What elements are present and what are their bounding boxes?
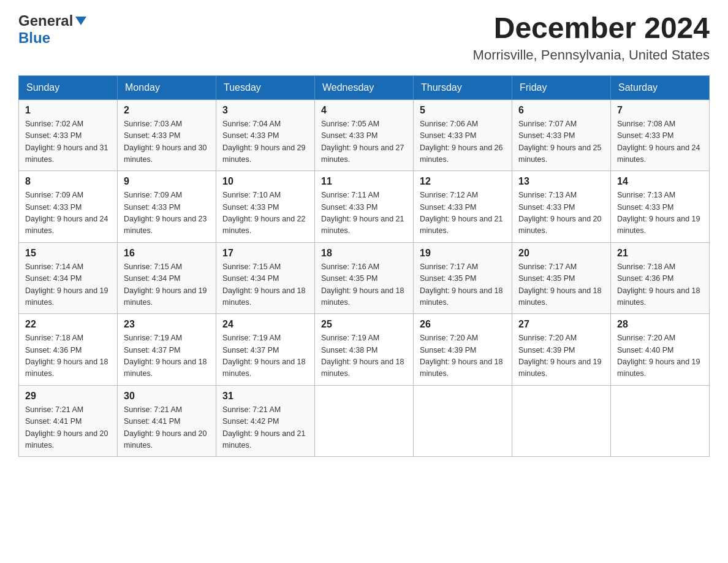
calendar-cell: 13Sunrise: 7:13 AMSunset: 4:33 PMDayligh… xyxy=(512,171,611,243)
day-number: 13 xyxy=(518,176,604,187)
day-number: 5 xyxy=(420,105,506,116)
calendar-cell: 7Sunrise: 7:08 AMSunset: 4:33 PMDaylight… xyxy=(611,99,710,171)
logo-blue-text: Blue xyxy=(18,29,50,47)
day-number: 11 xyxy=(321,176,407,187)
calendar-cell: 19Sunrise: 7:17 AMSunset: 4:35 PMDayligh… xyxy=(414,242,512,314)
day-number: 10 xyxy=(222,176,308,187)
calendar-cell: 2Sunrise: 7:03 AMSunset: 4:33 PMDaylight… xyxy=(118,99,216,171)
day-info: Sunrise: 7:20 AMSunset: 4:39 PMDaylight:… xyxy=(420,332,506,380)
calendar-cell: 6Sunrise: 7:07 AMSunset: 4:33 PMDaylight… xyxy=(512,99,611,171)
calendar-cell: 22Sunrise: 7:18 AMSunset: 4:36 PMDayligh… xyxy=(19,314,118,386)
calendar-cell: 20Sunrise: 7:17 AMSunset: 4:35 PMDayligh… xyxy=(512,242,611,314)
calendar-week-3: 15Sunrise: 7:14 AMSunset: 4:34 PMDayligh… xyxy=(19,242,710,314)
day-number: 15 xyxy=(25,248,111,259)
calendar-cell xyxy=(414,385,512,457)
day-number: 1 xyxy=(25,105,111,116)
day-info: Sunrise: 7:11 AMSunset: 4:33 PMDaylight:… xyxy=(321,190,407,237)
logo-triangle-icon xyxy=(74,14,88,28)
day-info: Sunrise: 7:21 AMSunset: 4:41 PMDaylight:… xyxy=(25,404,111,452)
day-info: Sunrise: 7:09 AMSunset: 4:33 PMDaylight:… xyxy=(25,190,111,237)
calendar-cell: 25Sunrise: 7:19 AMSunset: 4:38 PMDayligh… xyxy=(315,314,414,386)
calendar-cell: 5Sunrise: 7:06 AMSunset: 4:33 PMDaylight… xyxy=(414,99,512,171)
calendar-header: SundayMondayTuesdayWednesdayThursdayFrid… xyxy=(19,75,710,99)
calendar-cell: 27Sunrise: 7:20 AMSunset: 4:39 PMDayligh… xyxy=(512,314,611,386)
calendar-cell: 18Sunrise: 7:16 AMSunset: 4:35 PMDayligh… xyxy=(315,242,414,314)
day-info: Sunrise: 7:19 AMSunset: 4:37 PMDaylight:… xyxy=(124,332,210,380)
day-number: 28 xyxy=(617,319,703,330)
day-number: 31 xyxy=(222,391,308,402)
calendar-cell: 21Sunrise: 7:18 AMSunset: 4:36 PMDayligh… xyxy=(611,242,710,314)
calendar-cell: 14Sunrise: 7:13 AMSunset: 4:33 PMDayligh… xyxy=(611,171,710,243)
calendar-cell: 29Sunrise: 7:21 AMSunset: 4:41 PMDayligh… xyxy=(19,385,118,457)
day-info: Sunrise: 7:08 AMSunset: 4:33 PMDaylight:… xyxy=(617,118,703,166)
day-info: Sunrise: 7:12 AMSunset: 4:33 PMDaylight:… xyxy=(420,190,506,237)
calendar-cell: 23Sunrise: 7:19 AMSunset: 4:37 PMDayligh… xyxy=(118,314,216,386)
day-number: 16 xyxy=(124,248,210,259)
calendar-subtitle: Morrisville, Pennsylvania, United States xyxy=(473,47,710,63)
day-info: Sunrise: 7:10 AMSunset: 4:33 PMDaylight:… xyxy=(222,190,308,237)
calendar-cell xyxy=(611,385,710,457)
calendar-cell: 1Sunrise: 7:02 AMSunset: 4:33 PMDaylight… xyxy=(19,99,118,171)
calendar-cell: 16Sunrise: 7:15 AMSunset: 4:34 PMDayligh… xyxy=(118,242,216,314)
day-info: Sunrise: 7:03 AMSunset: 4:33 PMDaylight:… xyxy=(124,118,210,166)
day-of-week-friday: Friday xyxy=(512,75,611,99)
day-number: 22 xyxy=(25,319,111,330)
day-number: 9 xyxy=(124,176,210,187)
day-number: 26 xyxy=(420,319,506,330)
day-info: Sunrise: 7:19 AMSunset: 4:38 PMDaylight:… xyxy=(321,332,407,380)
day-number: 25 xyxy=(321,319,407,330)
logo: General Blue xyxy=(18,12,88,47)
calendar-cell: 31Sunrise: 7:21 AMSunset: 4:42 PMDayligh… xyxy=(216,385,315,457)
svg-marker-0 xyxy=(75,17,86,25)
day-number: 27 xyxy=(518,319,604,330)
day-info: Sunrise: 7:20 AMSunset: 4:40 PMDaylight:… xyxy=(617,332,703,380)
page-header: General Blue December 2024 Morrisville, … xyxy=(18,12,710,63)
day-info: Sunrise: 7:14 AMSunset: 4:34 PMDaylight:… xyxy=(25,261,111,309)
day-info: Sunrise: 7:19 AMSunset: 4:37 PMDaylight:… xyxy=(222,332,308,380)
calendar-cell: 30Sunrise: 7:21 AMSunset: 4:41 PMDayligh… xyxy=(118,385,216,457)
calendar-cell: 10Sunrise: 7:10 AMSunset: 4:33 PMDayligh… xyxy=(216,171,315,243)
day-info: Sunrise: 7:04 AMSunset: 4:33 PMDaylight:… xyxy=(222,118,308,166)
day-info: Sunrise: 7:17 AMSunset: 4:35 PMDaylight:… xyxy=(420,261,506,309)
calendar-cell: 28Sunrise: 7:20 AMSunset: 4:40 PMDayligh… xyxy=(611,314,710,386)
day-number: 4 xyxy=(321,105,407,116)
day-number: 19 xyxy=(420,248,506,259)
day-info: Sunrise: 7:02 AMSunset: 4:33 PMDaylight:… xyxy=(25,118,111,166)
calendar-table: SundayMondayTuesdayWednesdayThursdayFrid… xyxy=(18,75,710,458)
day-info: Sunrise: 7:07 AMSunset: 4:33 PMDaylight:… xyxy=(518,118,604,166)
day-number: 20 xyxy=(518,248,604,259)
day-of-week-wednesday: Wednesday xyxy=(315,75,414,99)
calendar-cell: 15Sunrise: 7:14 AMSunset: 4:34 PMDayligh… xyxy=(19,242,118,314)
day-number: 24 xyxy=(222,319,308,330)
logo-general-text: General xyxy=(18,12,73,29)
title-block: December 2024 Morrisville, Pennsylvania,… xyxy=(473,12,710,63)
day-info: Sunrise: 7:20 AMSunset: 4:39 PMDaylight:… xyxy=(518,332,604,380)
calendar-cell: 12Sunrise: 7:12 AMSunset: 4:33 PMDayligh… xyxy=(414,171,512,243)
day-number: 7 xyxy=(617,105,703,116)
day-info: Sunrise: 7:06 AMSunset: 4:33 PMDaylight:… xyxy=(420,118,506,166)
day-number: 3 xyxy=(222,105,308,116)
day-of-week-saturday: Saturday xyxy=(611,75,710,99)
day-number: 2 xyxy=(124,105,210,116)
day-info: Sunrise: 7:13 AMSunset: 4:33 PMDaylight:… xyxy=(617,190,703,237)
day-of-week-tuesday: Tuesday xyxy=(216,75,315,99)
calendar-cell: 17Sunrise: 7:15 AMSunset: 4:34 PMDayligh… xyxy=(216,242,315,314)
days-of-week-row: SundayMondayTuesdayWednesdayThursdayFrid… xyxy=(19,75,710,99)
calendar-week-2: 8Sunrise: 7:09 AMSunset: 4:33 PMDaylight… xyxy=(19,171,710,243)
day-info: Sunrise: 7:17 AMSunset: 4:35 PMDaylight:… xyxy=(518,261,604,309)
day-number: 17 xyxy=(222,248,308,259)
calendar-cell: 24Sunrise: 7:19 AMSunset: 4:37 PMDayligh… xyxy=(216,314,315,386)
calendar-cell xyxy=(315,385,414,457)
day-info: Sunrise: 7:15 AMSunset: 4:34 PMDaylight:… xyxy=(124,261,210,309)
calendar-cell: 26Sunrise: 7:20 AMSunset: 4:39 PMDayligh… xyxy=(414,314,512,386)
day-info: Sunrise: 7:09 AMSunset: 4:33 PMDaylight:… xyxy=(124,190,210,237)
day-number: 21 xyxy=(617,248,703,259)
day-info: Sunrise: 7:21 AMSunset: 4:42 PMDaylight:… xyxy=(222,404,308,452)
day-of-week-sunday: Sunday xyxy=(19,75,118,99)
calendar-week-1: 1Sunrise: 7:02 AMSunset: 4:33 PMDaylight… xyxy=(19,99,710,171)
day-info: Sunrise: 7:05 AMSunset: 4:33 PMDaylight:… xyxy=(321,118,407,166)
day-number: 23 xyxy=(124,319,210,330)
day-info: Sunrise: 7:21 AMSunset: 4:41 PMDaylight:… xyxy=(124,404,210,452)
day-number: 14 xyxy=(617,176,703,187)
day-info: Sunrise: 7:13 AMSunset: 4:33 PMDaylight:… xyxy=(518,190,604,237)
